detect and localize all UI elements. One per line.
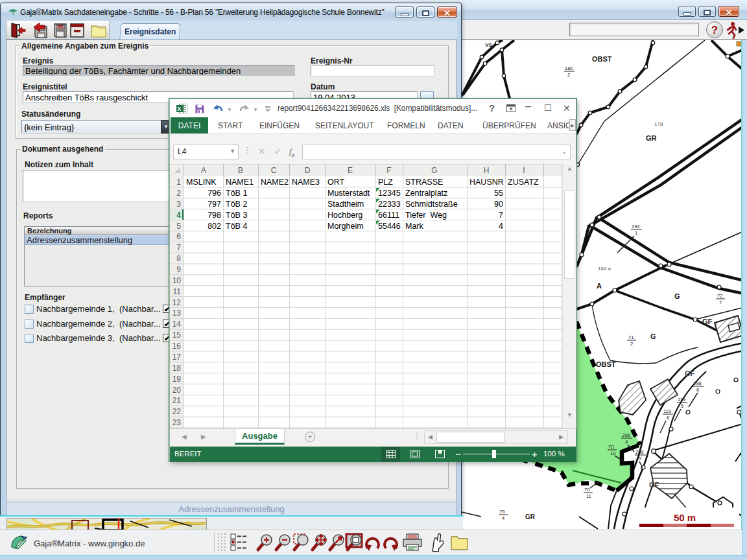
svg-text:13: 13	[172, 309, 182, 318]
svg-text:VS: VS	[485, 42, 492, 48]
svg-text:8: 8	[176, 254, 181, 263]
svg-text:21: 21	[172, 396, 182, 405]
svg-text:14: 14	[172, 320, 182, 329]
svg-text:119: 119	[663, 408, 671, 414]
svg-text:2: 2	[176, 189, 181, 198]
svg-text:Stadtheim: Stadtheim	[327, 200, 364, 209]
svg-text:11: 11	[586, 493, 591, 499]
svg-text:Musterstadt: Musterstadt	[327, 189, 370, 198]
svg-text:1: 1	[176, 178, 181, 187]
svg-text:TöB 4: TöB 4	[226, 222, 247, 231]
svg-text:ZUSATZ: ZUSATZ	[508, 178, 539, 187]
svg-text:298: 298	[635, 449, 644, 455]
svg-text:12: 12	[172, 298, 182, 307]
svg-text:180: 180	[565, 65, 573, 71]
svg-text:2: 2	[630, 341, 633, 347]
svg-text:D: D	[305, 166, 311, 175]
svg-text:797: 797	[208, 200, 221, 209]
svg-text:6: 6	[696, 387, 699, 393]
svg-text:4: 4	[499, 222, 503, 231]
svg-text:Morgheim: Morgheim	[327, 222, 364, 231]
svg-text:22: 22	[172, 407, 182, 416]
svg-text:16: 16	[172, 342, 182, 351]
svg-text:22333: 22333	[378, 200, 401, 209]
svg-text:15: 15	[172, 331, 182, 340]
svg-text:796: 796	[208, 189, 221, 198]
svg-text:70: 70	[584, 487, 589, 493]
svg-text:75: 75	[499, 509, 504, 515]
svg-text:9: 9	[176, 265, 181, 274]
svg-text:G: G	[650, 332, 656, 340]
svg-text:B: B	[238, 166, 243, 175]
svg-text:PLZ: PLZ	[378, 178, 393, 187]
svg-text:E: E	[348, 166, 353, 175]
svg-text:C: C	[271, 166, 277, 175]
svg-text:5: 5	[176, 222, 181, 231]
svg-text:802: 802	[208, 222, 221, 231]
svg-text:11: 11	[173, 287, 182, 296]
svg-text:TöB 2: TöB 2	[226, 200, 247, 209]
svg-text:Tiefer Weg: Tiefer Weg	[405, 211, 447, 220]
svg-text:6: 6	[667, 415, 669, 421]
svg-text:GF: GF	[702, 318, 713, 325]
svg-text:GF: GF	[649, 481, 659, 489]
svg-text:Mark: Mark	[405, 222, 424, 231]
svg-text:7: 7	[176, 243, 181, 252]
svg-text:7: 7	[499, 211, 503, 220]
svg-text:90: 90	[494, 200, 503, 209]
svg-text:GF: GF	[685, 369, 695, 377]
svg-text:20: 20	[172, 386, 182, 395]
svg-text:4: 4	[625, 439, 628, 445]
svg-text:H: H	[484, 166, 490, 175]
svg-text:4: 4	[502, 515, 504, 521]
svg-text:3: 3	[176, 200, 181, 209]
svg-text:HAUSNR: HAUSNR	[469, 178, 504, 187]
svg-text:50 m: 50 m	[674, 512, 696, 523]
svg-text:5: 5	[639, 456, 641, 461]
svg-text:55446: 55446	[378, 222, 401, 231]
svg-text:X: X	[177, 106, 181, 112]
svg-text:G: G	[431, 166, 437, 175]
svg-text:164 a: 164 a	[598, 266, 611, 272]
svg-text:TöB 3: TöB 3	[226, 211, 247, 220]
svg-text:5: 5	[681, 403, 683, 409]
svg-text:2: 2	[567, 72, 570, 78]
svg-text:18: 18	[172, 364, 182, 373]
svg-text:55: 55	[494, 189, 503, 198]
svg-text:294: 294	[632, 224, 640, 229]
svg-text:298: 298	[622, 432, 630, 438]
svg-text:6: 6	[176, 232, 181, 241]
svg-text:10: 10	[610, 450, 615, 456]
svg-text:NAME2: NAME2	[261, 178, 289, 187]
svg-text:298: 298	[693, 380, 702, 386]
svg-text:OBST: OBST	[592, 55, 612, 63]
svg-text:GR: GR	[525, 513, 536, 520]
svg-text:NAME3: NAME3	[292, 178, 320, 187]
svg-text:119: 119	[678, 397, 685, 402]
svg-text:798: 798	[208, 211, 221, 220]
svg-text:A: A	[201, 166, 206, 175]
svg-text:A: A	[597, 282, 602, 290]
svg-text:19: 19	[172, 375, 182, 384]
svg-text:Schmidtstraße: Schmidtstraße	[405, 200, 458, 209]
svg-text:10: 10	[172, 276, 182, 285]
svg-text:72: 72	[717, 293, 722, 299]
svg-text:23: 23	[172, 418, 182, 427]
svg-text:I: I	[523, 166, 525, 175]
svg-text:ORT: ORT	[327, 178, 345, 187]
svg-text:MSLINK: MSLINK	[186, 178, 217, 187]
svg-text:1: 1	[635, 230, 637, 236]
svg-text:STRASSE: STRASSE	[405, 178, 443, 187]
svg-text:GR: GR	[646, 134, 657, 142]
svg-text:OBST: OBST	[596, 360, 616, 368]
svg-text:17: 17	[172, 353, 182, 362]
svg-text:4: 4	[176, 211, 181, 220]
svg-text:NAME1: NAME1	[226, 178, 254, 187]
svg-text:Zentralplatz: Zentralplatz	[405, 189, 447, 198]
svg-text:7: 7	[719, 299, 722, 305]
svg-text:66111: 66111	[378, 211, 399, 220]
svg-text:71: 71	[628, 334, 634, 340]
svg-text:178: 178	[654, 121, 663, 127]
svg-text:Hochberg: Hochberg	[327, 211, 362, 220]
svg-text:70: 70	[608, 444, 613, 450]
